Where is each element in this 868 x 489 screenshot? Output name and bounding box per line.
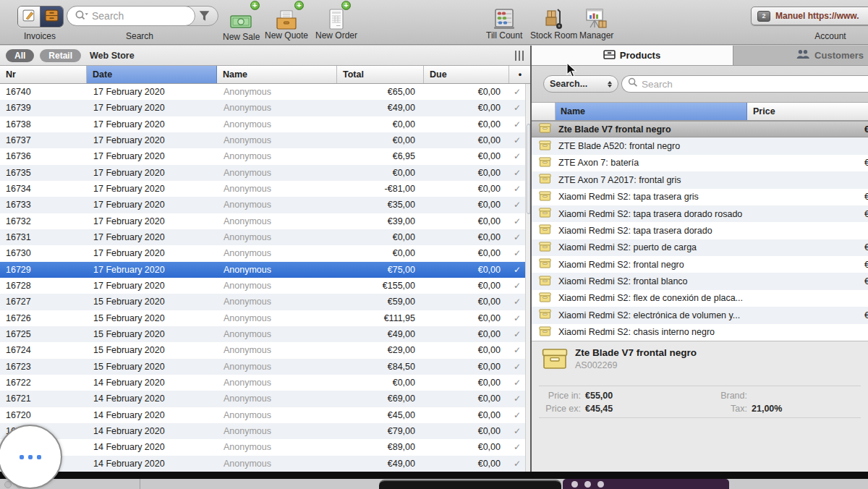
invoice-date: 15 February 2020 <box>87 329 217 339</box>
new-quote-button[interactable]: + New Quote <box>265 3 308 41</box>
tab-products[interactable]: Products <box>531 46 733 65</box>
product-price-clipped: € <box>864 242 868 252</box>
invoice-table-row[interactable]: 16731 17 February 2020 Anonymous €0,00 €… <box>0 229 531 245</box>
column-header-price[interactable]: Price <box>747 103 868 120</box>
invoice-due: €0,00 <box>424 200 509 210</box>
magnifier-dropdown-icon[interactable] <box>75 9 89 23</box>
column-header-due[interactable]: Due <box>424 66 509 83</box>
invoice-table-row[interactable]: 16724 15 February 2020 Anonymous €29,00 … <box>0 342 531 358</box>
invoice-table-row[interactable]: 16721 14 February 2020 Anonymous €69,00 … <box>0 391 531 407</box>
product-list-item[interactable]: Xiaomi Redmi S2: frontal negro € <box>532 256 868 273</box>
filter-tab-all[interactable]: All <box>6 49 34 62</box>
product-box-icon <box>539 224 551 237</box>
invoice-date: 15 February 2020 <box>87 313 217 323</box>
invoice-date: 17 February 2020 <box>87 200 217 210</box>
invoice-table-row[interactable]: 16719 14 February 2020 Anonymous €79,00 … <box>0 423 531 439</box>
product-list-item[interactable]: Xiaomi Redmi S2: frontal blanco € <box>532 273 868 289</box>
product-list-item[interactable]: Xiaomi Redmi S2: tapa trasera gris € <box>532 189 868 205</box>
manager-label: Manager <box>579 30 613 41</box>
account-button[interactable]: 2 Manuel https://www. <box>751 7 868 25</box>
filter-funnel-icon[interactable] <box>197 9 212 27</box>
invoice-date: 14 February 2020 <box>87 442 217 452</box>
invoice-due: €0,00 <box>424 119 509 129</box>
invoice-customer: Anonymous <box>217 410 337 420</box>
product-list-item[interactable]: Xiaomi Redmi S2: puerto de carga € <box>532 239 868 256</box>
column-header-paid[interactable]: • <box>509 66 531 83</box>
column-header-icon[interactable] <box>532 103 556 120</box>
more-options-overlay[interactable] <box>0 425 62 489</box>
product-list-item[interactable]: Xiaomi Redmi S2: electrónica de volumen … <box>532 307 868 323</box>
search-input[interactable]: Search <box>67 6 195 26</box>
invoice-table-row[interactable]: 16722 14 February 2020 Anonymous €0,00 €… <box>0 375 531 391</box>
edit-invoice-button[interactable] <box>18 7 41 27</box>
invoice-table-row[interactable]: 16717 14 February 2020 Anonymous €49,00 … <box>0 456 531 472</box>
column-header-product-name[interactable]: Name <box>556 103 747 120</box>
stock-room-button[interactable]: Stock Room <box>530 3 577 41</box>
invoice-table-row[interactable]: 16738 17 February 2020 Anonymous €0,00 €… <box>0 116 531 132</box>
till-count-button[interactable]: Till Count <box>486 3 522 41</box>
paid-check-icon: ✓ <box>509 184 525 194</box>
invoice-date: 14 February 2020 <box>87 426 217 436</box>
invoice-date: 15 February 2020 <box>87 345 217 355</box>
product-list-item[interactable]: Xiaomi Redmi S2: chasis interno negro <box>532 324 868 341</box>
tab-customers[interactable]: Customers <box>733 46 868 65</box>
product-price-clipped: € <box>864 209 868 219</box>
invoice-table-row[interactable]: 16729 17 February 2020 Anonymous €75,00 … <box>0 262 531 278</box>
search-scope-dropdown[interactable]: Search... <box>543 75 618 93</box>
new-order-button[interactable]: + New Order <box>315 3 357 41</box>
column-options-icon[interactable] <box>515 51 525 61</box>
product-list-item[interactable]: Xiaomi Redmi S2: tapa trasera dorado ros… <box>532 205 868 222</box>
column-header-date[interactable]: Date <box>87 66 217 83</box>
invoice-due: €0,00 <box>424 426 509 436</box>
invoice-table-row[interactable]: 16737 17 February 2020 Anonymous €0,00 €… <box>0 132 531 148</box>
invoice-total: €59,00 <box>337 297 424 307</box>
invoice-table-row[interactable]: 16732 17 February 2020 Anonymous €39,00 … <box>0 213 531 229</box>
invoice-table-row[interactable]: 16725 15 February 2020 Anonymous €49,00 … <box>0 326 531 342</box>
paid-check-icon: ✓ <box>509 410 525 420</box>
invoice-table-row[interactable]: 16739 17 February 2020 Anonymous €49,00 … <box>0 100 531 116</box>
manager-button[interactable]: Manager <box>579 3 613 41</box>
filter-tab-retail[interactable]: Retail <box>40 49 81 62</box>
invoice-number: 16726 <box>0 313 87 323</box>
product-list-item[interactable]: Xiaomi Redmi S2: tapa trasera dorado <box>532 222 868 239</box>
products-drawer-icon <box>603 50 616 61</box>
product-list-item[interactable]: ZTE Axon 7 A2017: frontal gris <box>532 171 868 188</box>
invoice-table-row[interactable]: 16730 17 February 2020 Anonymous €0,00 €… <box>0 245 531 261</box>
filter-tab-web-store[interactable]: Web Store <box>90 51 135 61</box>
invoice-number: 16731 <box>0 232 87 242</box>
invoice-archive-button[interactable] <box>41 7 63 27</box>
invoice-table-row[interactable]: 16734 17 February 2020 Anonymous -€81,00… <box>0 181 531 197</box>
invoice-table-row[interactable]: 16726 15 February 2020 Anonymous €111,95… <box>0 310 531 326</box>
invoice-table-row[interactable]: 16740 17 February 2020 Anonymous €65,00 … <box>0 84 531 100</box>
invoice-table-row[interactable]: 16735 17 February 2020 Anonymous €0,00 €… <box>0 165 531 181</box>
paid-check-icon: ✓ <box>509 394 525 404</box>
background-window-edge <box>379 480 561 489</box>
invoice-table-row[interactable]: 16718 14 February 2020 Anonymous €89,00 … <box>0 439 531 455</box>
column-header-nr[interactable]: Nr <box>0 66 87 83</box>
invoice-table-row[interactable]: 16736 17 February 2020 Anonymous €6,95 €… <box>0 148 531 164</box>
invoice-table-row[interactable]: 16733 17 February 2020 Anonymous €35,00 … <box>0 197 531 213</box>
invoice-customer: Anonymous <box>217 151 337 161</box>
invoice-date: 17 February 2020 <box>87 248 217 258</box>
invoice-number: 16732 <box>0 216 87 226</box>
invoice-number: 16735 <box>0 168 87 178</box>
invoice-table-row[interactable]: 16723 15 February 2020 Anonymous €84,50 … <box>0 359 531 375</box>
invoice-table-row[interactable]: 16727 15 February 2020 Anonymous €59,00 … <box>0 294 531 310</box>
invoice-customer: Anonymous <box>217 345 337 355</box>
invoice-table-row[interactable]: 16720 14 February 2020 Anonymous €45,00 … <box>0 407 531 423</box>
invoice-number: 16734 <box>0 184 87 194</box>
invoice-date: 17 February 2020 <box>87 232 217 242</box>
product-search-input[interactable]: Search <box>621 75 868 93</box>
column-header-total[interactable]: Total <box>337 66 424 83</box>
product-list-item[interactable]: ZTE Axon 7: batería € <box>532 155 868 171</box>
product-box-icon <box>539 258 551 271</box>
paid-check-icon: ✓ <box>509 313 525 323</box>
product-list-item[interactable]: Zte Blade V7 frontal negro € <box>532 121 868 137</box>
product-name: Xiaomi Redmi S2: flex de conexión de pla… <box>558 293 743 303</box>
pane-divider[interactable] <box>530 46 532 472</box>
invoice-table-row[interactable]: 16728 17 February 2020 Anonymous €155,00… <box>0 278 531 294</box>
column-header-name[interactable]: Name <box>217 66 337 83</box>
product-list-item[interactable]: ZTE Blade A520: frontal negro <box>532 137 868 154</box>
new-sale-button[interactable]: + New Sale <box>223 3 260 42</box>
product-list-item[interactable]: Xiaomi Redmi S2: flex de conexión de pla… <box>532 290 868 307</box>
